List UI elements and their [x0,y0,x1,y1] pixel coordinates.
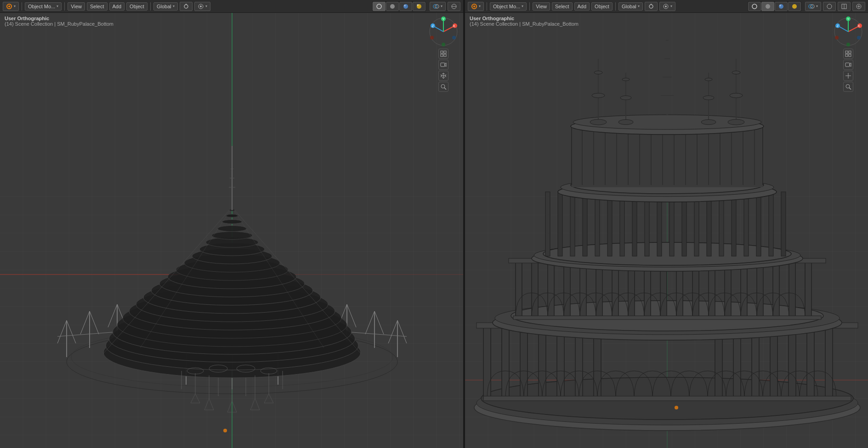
svg-point-306 [728,119,744,125]
sep-r1 [487,2,487,11]
svg-point-302 [618,120,633,125]
svg-point-2 [184,5,188,8]
svg-rect-227 [564,261,570,318]
svg-rect-262 [719,192,724,256]
search-view-btn[interactable] [438,82,448,92]
canvas-right[interactable] [465,13,868,448]
svg-point-307 [730,93,743,98]
extra2-right[interactable] [852,2,865,11]
svg-point-299 [592,93,605,98]
svg-point-311 [703,96,714,100]
pan-view-btn[interactable] [438,71,448,81]
grid-view-btn[interactable] [438,49,448,59]
shading-group [372,1,426,11]
svg-point-298 [590,119,607,125]
rendered-shading-btn-right[interactable] [788,2,801,11]
svg-point-5 [200,6,202,7]
xray-btn[interactable] [448,2,460,11]
extra1-right[interactable] [838,2,851,11]
snap-btn-right[interactable] [645,2,658,11]
blender-menu-btn[interactable]: ▾ [3,2,19,11]
canvas-left[interactable] [0,13,463,448]
svg-rect-253 [607,192,612,256]
svg-point-150 [473,6,475,7]
sep1 [22,2,22,11]
object-menu-right[interactable]: Object [591,2,613,11]
svg-rect-207 [520,325,528,398]
svg-line-334 [849,88,851,90]
svg-line-148 [444,88,446,90]
search-view-btn-right[interactable] [843,82,853,92]
viewport-left[interactable]: ▾ Object Mo... ▾ View Select Add [0,0,464,448]
nav-buttons-right [843,49,853,92]
add-menu[interactable]: Add [109,2,125,11]
view-menu-right[interactable]: View [533,2,550,11]
blender-menu-btn-right[interactable]: ▾ [468,2,484,11]
viewports-row: ▾ Object Mo... ▾ View Select Add [0,0,868,448]
gizmo-svg-left[interactable]: X Y Z [428,17,459,47]
svg-point-303 [620,96,631,100]
svg-rect-244 [513,316,821,319]
svg-text:X: X [453,24,455,28]
svg-rect-248 [545,192,550,256]
svg-rect-252 [595,192,600,256]
svg-point-313 [675,406,678,409]
svg-rect-144 [444,54,446,56]
mode-selector-right[interactable]: Object Mo... ▾ [490,2,527,11]
overlay-btn[interactable]: ▾ [430,2,446,11]
wireframe-shading-btn-right[interactable] [748,2,761,11]
svg-text:Z: Z [837,24,839,28]
overlay-btn-right[interactable]: ▾ [805,2,821,11]
svg-rect-329 [845,54,848,56]
svg-rect-214 [789,325,796,398]
svg-point-11 [417,4,419,6]
svg-point-156 [766,4,770,9]
mode-selector[interactable]: Object Mo... ▾ [25,2,62,11]
svg-rect-251 [583,192,587,256]
svg-rect-212 [825,325,833,398]
rendered-shading-btn[interactable] [413,2,425,11]
grid-view-btn-right[interactable] [843,49,853,59]
svg-rect-263 [732,192,736,256]
svg-point-97 [217,226,247,232]
select-menu[interactable]: Select [87,2,108,11]
svg-point-300 [594,71,602,74]
wireframe-shading-btn[interactable] [373,2,386,11]
svg-rect-265 [756,192,761,256]
svg-rect-225 [532,261,538,318]
solid-shading-btn[interactable] [386,2,399,11]
snap-btn[interactable] [180,2,193,11]
select-menu-right[interactable]: Select [552,2,573,11]
sep3 [150,2,151,11]
camera-view-btn-right[interactable] [843,60,853,70]
material-shading-btn[interactable] [399,2,412,11]
proportional-btn-right[interactable]: ▾ [659,2,675,11]
gizmo-svg-right[interactable]: X Y Z [833,17,863,47]
toolbar-right: ▾ Object Mo... ▾ View Select Add [465,0,868,13]
nav-buttons [438,49,448,92]
proportional-btn[interactable]: ▾ [194,2,210,11]
svg-marker-146 [445,63,446,67]
pan-view-btn-right[interactable] [843,71,853,81]
view-menu[interactable]: View [68,2,85,11]
svg-text:Y: Y [442,17,445,21]
svg-point-147 [441,84,445,88]
object-menu[interactable]: Object [126,2,148,11]
xray-btn-right[interactable] [823,2,836,11]
solid-shading-btn-right[interactable] [761,2,774,11]
gizmo-right: X Y Z [833,17,863,92]
svg-point-159 [792,4,797,9]
material-shading-btn-right[interactable] [775,2,788,11]
svg-point-308 [732,71,740,74]
svg-point-98 [222,220,242,224]
transform-selector[interactable]: Global ▾ [153,2,178,11]
svg-rect-242 [805,261,811,318]
add-menu-right[interactable]: Add [574,2,590,11]
camera-view-btn[interactable] [438,60,448,70]
svg-point-7 [390,4,395,9]
svg-rect-327 [845,51,848,53]
svg-point-310 [701,120,716,125]
viewport-right[interactable]: ▾ Object Mo... ▾ View Select Add [465,0,868,448]
svg-point-138 [430,36,434,39]
transform-selector-right[interactable]: Global ▾ [618,2,643,11]
